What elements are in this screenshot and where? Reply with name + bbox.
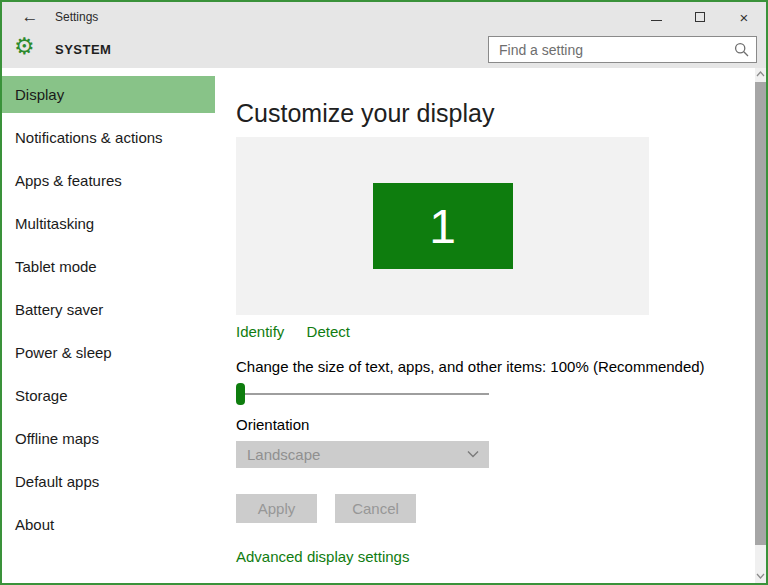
sidebar-item-multitasking[interactable]: Multitasking <box>2 205 215 242</box>
search-input[interactable] <box>489 37 756 62</box>
monitor-number: 1 <box>429 199 456 254</box>
sidebar-item-power-sleep[interactable]: Power & sleep <box>2 334 215 371</box>
orientation-label: Orientation <box>236 417 755 433</box>
sidebar-item-display[interactable]: Display <box>2 76 215 113</box>
settings-window: ← Settings × ⚙ SYSTEM Display Notif <box>0 0 768 585</box>
identify-link[interactable]: Identify <box>236 323 284 340</box>
back-arrow-icon: ← <box>22 7 39 26</box>
page-section-title: SYSTEM <box>55 42 111 57</box>
close-icon: × <box>740 10 749 25</box>
minimize-icon <box>651 20 662 21</box>
apply-button[interactable]: Apply <box>236 494 317 523</box>
identify-detect-row: Identify Detect <box>236 324 755 340</box>
display-preview-area: 1 <box>236 137 649 315</box>
chevron-down-icon <box>467 450 479 458</box>
close-button[interactable]: × <box>722 2 766 32</box>
scale-slider[interactable] <box>236 383 489 405</box>
maximize-icon <box>695 12 705 22</box>
display-settings-panel: Customize your display 1 Identify Detect… <box>215 68 755 583</box>
topbar: ← Settings × ⚙ SYSTEM <box>2 2 766 68</box>
slider-track[interactable] <box>236 393 489 395</box>
advanced-settings-row: Advanced display settings <box>236 549 755 565</box>
sidebar-item-offline-maps[interactable]: Offline maps <box>2 420 215 457</box>
cancel-button[interactable]: Cancel <box>335 494 416 523</box>
scroll-down-icon[interactable] <box>756 573 765 579</box>
sidebar-item-notifications-actions[interactable]: Notifications & actions <box>2 119 215 156</box>
scrollbar-thumb[interactable] <box>755 82 766 545</box>
vertical-scrollbar[interactable] <box>755 68 766 583</box>
sidebar-item-battery-saver[interactable]: Battery saver <box>2 291 215 328</box>
advanced-display-settings-link[interactable]: Advanced display settings <box>236 548 409 565</box>
slider-thumb[interactable] <box>236 383 245 405</box>
search-box <box>488 36 757 63</box>
back-button[interactable]: ← <box>17 5 43 29</box>
scale-slider-label: Change the size of text, apps, and other… <box>236 359 755 375</box>
sidebar-item-storage[interactable]: Storage <box>2 377 215 414</box>
detect-link[interactable]: Detect <box>307 323 350 340</box>
sidebar-item-default-apps[interactable]: Default apps <box>2 463 215 500</box>
orientation-dropdown[interactable]: Landscape <box>236 441 489 468</box>
apply-cancel-row: Apply Cancel <box>236 494 755 523</box>
monitor-1-preview[interactable]: 1 <box>373 183 513 269</box>
maximize-button[interactable] <box>678 2 722 32</box>
search-icon <box>734 42 749 57</box>
page-title: Customize your display <box>236 96 755 130</box>
window-title: Settings <box>55 10 98 24</box>
scroll-up-icon[interactable] <box>756 71 765 77</box>
window-controls: × <box>634 2 766 32</box>
gear-icon: ⚙ <box>14 34 35 58</box>
orientation-value: Landscape <box>247 446 320 463</box>
sidebar-item-about[interactable]: About <box>2 506 215 543</box>
minimize-button[interactable] <box>634 2 678 32</box>
sidebar-item-tablet-mode[interactable]: Tablet mode <box>2 248 215 285</box>
settings-sidebar: Display Notifications & actions Apps & f… <box>2 68 215 583</box>
sidebar-item-apps-features[interactable]: Apps & features <box>2 162 215 199</box>
